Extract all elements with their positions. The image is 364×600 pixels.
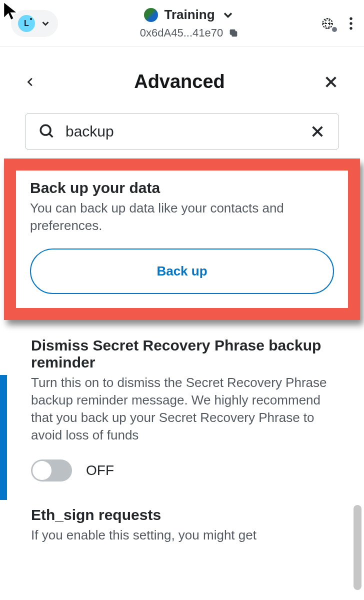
network-selector[interactable]: Training [58, 7, 321, 22]
svg-point-10 [40, 125, 50, 135]
svg-point-5 [350, 17, 352, 20]
eth-sign-section: Eth_sign requests If you enable this set… [0, 482, 364, 544]
search-icon [38, 123, 56, 140]
backup-data-section-highlighted: Back up your data You can back up data l… [4, 158, 360, 320]
clear-search-button[interactable] [310, 124, 326, 140]
chevron-down-icon [221, 8, 235, 22]
svg-point-7 [350, 27, 352, 30]
toggle-knob [32, 461, 52, 480]
backup-button[interactable]: Back up [30, 248, 334, 294]
svg-rect-1 [230, 30, 236, 35]
left-edge-indicator [0, 375, 7, 500]
settings-search[interactable] [25, 114, 339, 150]
svg-line-11 [49, 134, 52, 137]
dismiss-srp-toggle[interactable] [31, 460, 72, 482]
app-header: L Training 0x6dA45...41e70 [0, 0, 364, 47]
dismiss-srp-section: Dismiss Secret Recovery Phrase backup re… [0, 320, 364, 481]
cursor-icon [0, 0, 22, 22]
back-button[interactable] [25, 74, 36, 90]
copy-icon[interactable] [228, 28, 239, 38]
address-text: 0x6dA45...41e70 [140, 26, 223, 40]
dismiss-srp-desc: Turn this on to dismiss the Secret Recov… [31, 374, 333, 444]
search-input[interactable] [66, 123, 300, 140]
backup-data-title: Back up your data [30, 180, 334, 196]
page-title: Advanced [36, 71, 323, 92]
svg-point-6 [350, 22, 352, 24]
toggle-state-label: OFF [86, 462, 114, 478]
backup-data-desc: You can back up data like your contacts … [30, 200, 334, 234]
dismiss-srp-title: Dismiss Secret Recovery Phrase backup re… [31, 337, 333, 371]
account-address[interactable]: 0x6dA45...41e70 [58, 26, 321, 40]
close-button[interactable] [323, 74, 339, 90]
scrollbar-thumb[interactable] [354, 505, 362, 590]
eth-sign-title: Eth_sign requests [31, 506, 333, 524]
connected-sites-button[interactable] [321, 17, 334, 30]
kebab-menu-icon[interactable] [349, 17, 353, 30]
status-dot-icon [332, 27, 337, 32]
eth-sign-desc: If you enable this setting, you might ge… [31, 526, 333, 544]
network-orb-icon [144, 8, 158, 22]
network-name: Training [164, 7, 214, 22]
chevron-down-icon [40, 18, 51, 29]
